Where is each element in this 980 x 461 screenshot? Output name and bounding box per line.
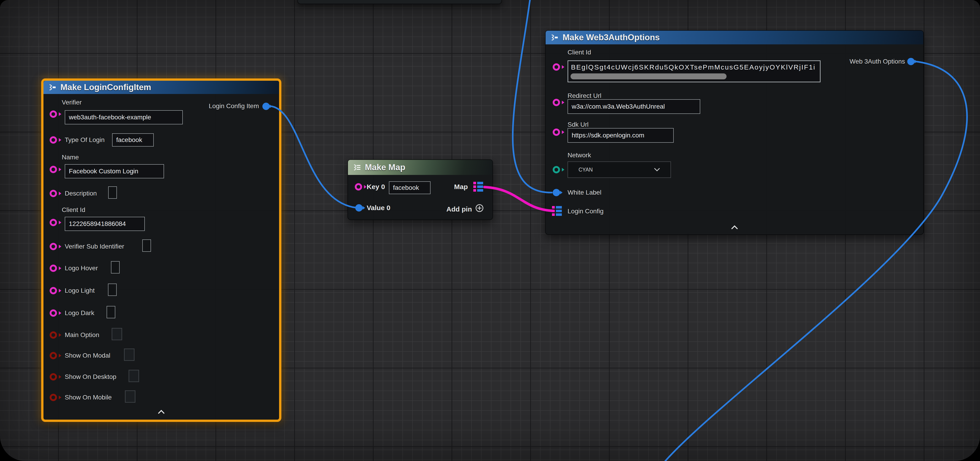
input-pin-logo-dark[interactable]: [49, 309, 57, 317]
key-0-field[interactable]: facebook: [389, 181, 431, 194]
chevron-up-icon: [157, 410, 165, 414]
logo-light-field[interactable]: [108, 283, 117, 296]
node-make-web3authoptions[interactable]: Make Web3AuthOptions Web 3Auth Options C…: [545, 30, 924, 235]
output-pin-login-config-item[interactable]: [262, 103, 270, 110]
logo-hover-field[interactable]: [111, 261, 119, 273]
node-title: Make Map: [365, 162, 406, 172]
wire-login-config-item-to-value0[interactable]: [270, 106, 356, 208]
output-pin-label: Map: [454, 183, 468, 190]
pin-label-description: Description: [65, 190, 97, 197]
output-pin-map[interactable]: [473, 182, 484, 192]
sdk-url-field[interactable]: https://sdk.openlogin.com: [568, 128, 674, 143]
pin-label-redirect-url: Redirect Url: [568, 92, 601, 99]
input-pin-show-on-desktop[interactable]: [49, 373, 57, 380]
input-pin-name[interactable]: [49, 166, 57, 173]
input-pin-main-option[interactable]: [49, 331, 57, 339]
input-pin-sdk-url[interactable]: [553, 129, 560, 136]
output-pin-label: Web 3Auth Options: [850, 58, 905, 65]
description-field[interactable]: [108, 186, 117, 199]
collapse-node-button[interactable]: [157, 410, 165, 415]
pin-label-show-on-mobile: Show On Mobile: [65, 394, 111, 401]
logo-dark-field[interactable]: [107, 306, 115, 318]
input-pin-verifier[interactable]: [49, 110, 57, 118]
type-of-login-field[interactable]: facebook: [112, 133, 154, 146]
input-pin-show-on-mobile[interactable]: [49, 394, 57, 401]
network-dropdown[interactable]: CYAN: [568, 161, 671, 178]
input-pin-login-config[interactable]: [552, 206, 562, 216]
pin-label-white-label: White Label: [568, 189, 601, 196]
show-on-modal-checkbox[interactable]: [124, 348, 135, 361]
show-on-desktop-checkbox[interactable]: [129, 370, 139, 382]
pin-label-client-id: Client Id: [568, 49, 591, 56]
node-header-make-loginconfigitem[interactable]: Make LoginConfigItem: [43, 81, 279, 94]
input-pin-description[interactable]: [49, 190, 57, 197]
pin-label-show-on-modal: Show On Modal: [65, 352, 110, 359]
input-pin-white-label[interactable]: [553, 189, 560, 196]
add-pin-button[interactable]: Add pin: [446, 205, 472, 213]
input-pin-verifier-sub-identifier[interactable]: [49, 243, 57, 250]
input-pin-key-0[interactable]: [355, 183, 362, 191]
chevron-up-icon: [730, 225, 739, 230]
node-header-make-map[interactable]: Make Map: [348, 160, 493, 175]
input-pin-type-of-login[interactable]: [49, 136, 57, 144]
pin-label-logo-dark: Logo Dark: [65, 310, 94, 316]
node-make-map[interactable]: Make Map Key 0 facebook Map Value 0 Add …: [347, 159, 493, 220]
verifier-sub-identifier-field[interactable]: [142, 239, 151, 252]
client-id-field[interactable]: 1222658941886084: [65, 217, 145, 231]
chevron-down-icon: [654, 168, 660, 172]
input-pin-logo-hover[interactable]: [49, 265, 57, 272]
horizontal-scrollbar[interactable]: [571, 73, 727, 79]
output-pin-web3auth-options[interactable]: [907, 58, 915, 65]
name-field[interactable]: Facebook Custom Login: [65, 164, 164, 178]
input-pin-value-0[interactable]: [355, 204, 363, 211]
blueprint-graph-canvas[interactable]: Make LoginConfigItem Login Config Item V…: [0, 0, 980, 461]
output-pin-label: Login Config Item: [209, 103, 259, 110]
pin-label-sdk-url: Sdk Url: [568, 121, 589, 128]
pin-label-show-on-desktop: Show On Desktop: [65, 374, 116, 380]
add-pin-label: Add pin: [446, 205, 472, 213]
input-pin-redirect-url[interactable]: [553, 99, 560, 106]
client-id-field[interactable]: BEglQSgt4cUWcj6SKRdu5QkOXTsePmMcusG5EAoy…: [568, 60, 821, 82]
make-struct-icon: [48, 84, 57, 91]
show-on-mobile-checkbox[interactable]: [125, 390, 135, 403]
input-pin-show-on-modal[interactable]: [49, 352, 57, 359]
pin-label-logo-light: Logo Light: [65, 287, 95, 294]
pin-label-verifier-sub-identifier: Verifier Sub Identifier: [65, 243, 124, 250]
node-partial-offscreen-top[interactable]: [298, 0, 502, 4]
verifier-field[interactable]: web3auth-facebook-example: [65, 110, 183, 124]
input-pin-client-id[interactable]: [49, 219, 57, 226]
pin-label-type-of-login: Type Of Login: [65, 137, 105, 143]
main-option-checkbox[interactable]: [111, 328, 122, 340]
redirect-url-field[interactable]: w3a://com.w3a.Web3AuthUnreal: [568, 99, 700, 114]
node-title: Make Web3AuthOptions: [563, 33, 660, 42]
network-selected-value: CYAN: [579, 167, 593, 173]
node-header-make-web3authoptions[interactable]: Make Web3AuthOptions: [546, 31, 923, 45]
pin-label-logo-hover: Logo Hover: [65, 265, 98, 272]
pin-label-key-0: Key 0: [367, 183, 385, 190]
node-make-loginconfigitem[interactable]: Make LoginConfigItem Login Config Item V…: [41, 78, 282, 422]
collapse-node-button[interactable]: [730, 225, 739, 230]
pin-label-login-config: Login Config: [568, 208, 603, 215]
pin-label-name: Name: [62, 154, 79, 161]
pin-label-verifier: Verifier: [62, 99, 82, 106]
circle-plus-icon[interactable]: [475, 204, 484, 213]
input-pin-network[interactable]: [553, 166, 560, 173]
make-map-icon: [353, 164, 361, 171]
pin-label-network: Network: [568, 152, 591, 159]
node-title: Make LoginConfigItem: [60, 83, 151, 92]
pin-label-value-0: Value 0: [367, 204, 390, 211]
pin-label-client-id: Client Id: [62, 207, 85, 213]
input-pin-logo-light[interactable]: [49, 287, 57, 294]
make-struct-icon: [550, 34, 559, 41]
pin-label-main-option: Main Option: [65, 332, 99, 339]
wire-map-to-login-config[interactable]: [485, 187, 554, 211]
input-pin-client-id[interactable]: [553, 64, 560, 71]
client-id-value: BEglQSgt4cUWcj6SKRdu5QkOXTsePmMcusG5EAoy…: [571, 64, 816, 71]
